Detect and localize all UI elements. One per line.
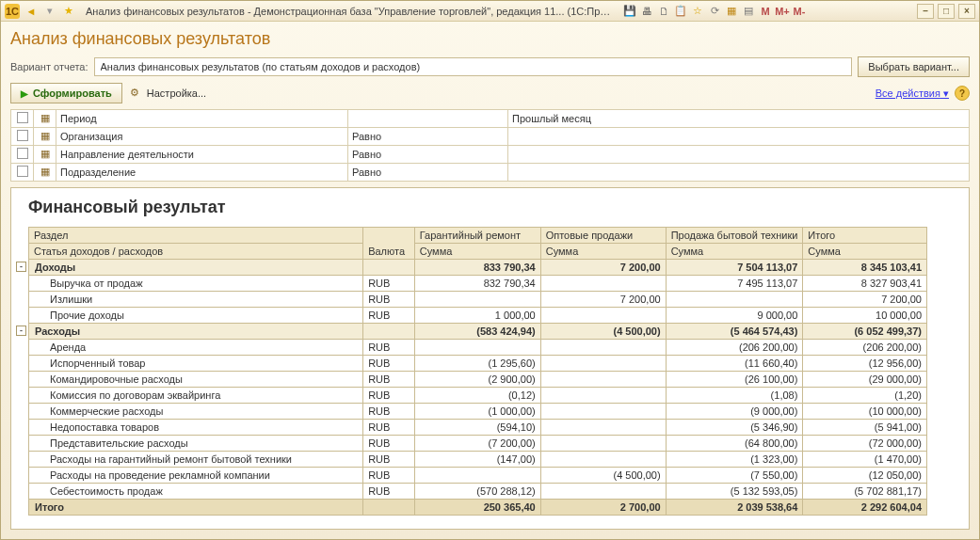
table-row[interactable]: Коммерческие расходыRUB(1 000,00)(9 000,… bbox=[29, 404, 927, 420]
row-label: -Расходы bbox=[29, 324, 363, 340]
row-value: (11 660,40) bbox=[666, 356, 803, 372]
row-value: (147,00) bbox=[414, 452, 540, 468]
tree-toggle[interactable]: - bbox=[16, 262, 26, 272]
row-currency: RUB bbox=[363, 452, 415, 468]
row-label: Комиссия по договорам эквайринга bbox=[29, 388, 363, 404]
play-icon: ▶ bbox=[21, 88, 28, 99]
filter-checkbox[interactable] bbox=[17, 166, 28, 177]
print-preview-icon[interactable]: 🗋 bbox=[656, 4, 671, 19]
hdr-sum3: Сумма bbox=[666, 244, 803, 260]
row-label: Коммерческие расходы bbox=[29, 404, 363, 420]
help-icon[interactable]: ? bbox=[955, 86, 970, 101]
row-value: 250 365,40 bbox=[414, 500, 540, 516]
table-row[interactable]: Командировочные расходыRUB(2 900,00)(26 … bbox=[29, 372, 927, 388]
filter-icon: ▦ bbox=[39, 112, 52, 125]
calendar-icon[interactable]: ▤ bbox=[741, 4, 756, 19]
table-row[interactable]: Расходы на проведение рекламной компании… bbox=[29, 468, 927, 484]
nav-dropdown-icon[interactable]: ▾ bbox=[42, 4, 57, 19]
row-value: (570 288,12) bbox=[414, 484, 540, 500]
all-actions-link[interactable]: Все действия ▾ bbox=[876, 87, 949, 100]
row-value bbox=[414, 468, 540, 484]
app-window: 1C ◄ ▾ ★ Анализ финансовых результатов -… bbox=[0, 0, 980, 540]
row-value: (1 000,00) bbox=[414, 404, 540, 420]
table-row[interactable]: Испорченный товарRUB(1 295,60)(11 660,40… bbox=[29, 356, 927, 372]
row-value bbox=[540, 276, 666, 292]
row-currency: RUB bbox=[363, 276, 415, 292]
nav-back-icon[interactable]: ◄ bbox=[24, 4, 39, 19]
row-value bbox=[540, 308, 666, 324]
row-value: 1 000,00 bbox=[414, 308, 540, 324]
row-value: 2 039 538,64 bbox=[666, 500, 803, 516]
row-value: (1,08) bbox=[666, 388, 803, 404]
filter-row: ▦ПодразделениеРавно bbox=[11, 164, 970, 182]
row-value: (583 424,94) bbox=[414, 324, 540, 340]
favorite-icon[interactable]: ★ bbox=[61, 4, 76, 19]
table-row[interactable]: Недопоставка товаровRUB(594,10)(5 346,90… bbox=[29, 420, 927, 436]
filter-checkbox[interactable] bbox=[17, 130, 28, 141]
row-value: 10 000,00 bbox=[803, 308, 927, 324]
hdr-sum2: Сумма bbox=[540, 244, 666, 260]
filter-condition[interactable]: Равно bbox=[348, 128, 508, 146]
filter-checkbox[interactable] bbox=[17, 148, 28, 159]
print-icon[interactable]: 🖶 bbox=[639, 4, 654, 19]
all-actions-label: Все действия bbox=[876, 87, 940, 99]
memory-mminus-button[interactable]: M- bbox=[792, 4, 807, 19]
row-value bbox=[540, 436, 666, 452]
row-value: 2 700,00 bbox=[540, 500, 666, 516]
row-value: (10 000,00) bbox=[803, 404, 927, 420]
filter-value[interactable] bbox=[508, 146, 970, 164]
filter-condition[interactable] bbox=[348, 110, 508, 128]
table-row[interactable]: Себестоимость продажRUB(570 288,12)(5 13… bbox=[29, 484, 927, 500]
row-value bbox=[540, 452, 666, 468]
table-row[interactable]: Выручка от продажRUB832 790,347 495 113,… bbox=[29, 276, 927, 292]
toolbar: ▶ Сформировать ⚙ Настройка... Все действ… bbox=[10, 83, 970, 103]
filter-name[interactable]: Период bbox=[56, 110, 348, 128]
table-row[interactable]: -Доходы833 790,347 200,007 504 113,078 3… bbox=[29, 260, 927, 276]
maximize-button[interactable]: □ bbox=[938, 4, 955, 19]
row-value: 8 327 903,41 bbox=[803, 276, 927, 292]
filter-name[interactable]: Организация bbox=[56, 128, 348, 146]
history-icon[interactable]: ⟳ bbox=[707, 4, 722, 19]
filter-checkbox[interactable] bbox=[17, 112, 28, 123]
minimize-button[interactable]: – bbox=[917, 4, 934, 19]
row-value: (1 323,00) bbox=[666, 452, 803, 468]
filter-condition[interactable]: Равно bbox=[348, 164, 508, 182]
clipboard-icon[interactable]: 📋 bbox=[673, 4, 688, 19]
row-value: 2 292 604,04 bbox=[803, 500, 927, 516]
table-row[interactable]: ИзлишкиRUB7 200,007 200,00 bbox=[29, 292, 927, 308]
memory-m-button[interactable]: M bbox=[758, 4, 773, 19]
variant-input[interactable] bbox=[94, 57, 853, 76]
save-icon[interactable]: 💾 bbox=[622, 4, 637, 19]
calculator-icon[interactable]: ▦ bbox=[724, 4, 739, 19]
filter-name[interactable]: Направление деятельности bbox=[56, 146, 348, 164]
row-value: (4 500,00) bbox=[540, 468, 666, 484]
row-value: (12 050,00) bbox=[803, 468, 927, 484]
table-row[interactable]: Прочие доходыRUB1 000,009 000,0010 000,0… bbox=[29, 308, 927, 324]
filter-name[interactable]: Подразделение bbox=[56, 164, 348, 182]
table-row[interactable]: Расходы на гарантийный ремонт бытовой те… bbox=[29, 452, 927, 468]
table-row[interactable]: -Расходы(583 424,94)(4 500,00)(5 464 574… bbox=[29, 324, 927, 340]
filter-value[interactable]: Прошлый месяц bbox=[508, 110, 970, 128]
favorites-list-icon[interactable]: ☆ bbox=[690, 4, 705, 19]
table-row[interactable]: Итого250 365,402 700,002 039 538,642 292… bbox=[29, 500, 927, 516]
filter-condition[interactable]: Равно bbox=[348, 146, 508, 164]
filter-value[interactable] bbox=[508, 164, 970, 182]
table-row[interactable]: АрендаRUB(206 200,00)(206 200,00) bbox=[29, 340, 927, 356]
row-value: (1 295,60) bbox=[414, 356, 540, 372]
generate-button[interactable]: ▶ Сформировать bbox=[10, 83, 122, 103]
filter-value[interactable] bbox=[508, 128, 970, 146]
row-value: 7 200,00 bbox=[540, 292, 666, 308]
row-value: (7 200,00) bbox=[414, 436, 540, 452]
close-button[interactable]: × bbox=[958, 4, 975, 19]
row-value: (206 200,00) bbox=[803, 340, 927, 356]
tree-toggle[interactable]: - bbox=[16, 326, 26, 336]
table-row[interactable]: Представительские расходыRUB(7 200,00)(6… bbox=[29, 436, 927, 452]
report-area[interactable]: Финансовый результат Раздел Валюта Гаран… bbox=[10, 187, 970, 530]
memory-mplus-button[interactable]: M+ bbox=[775, 4, 790, 19]
row-value bbox=[540, 372, 666, 388]
table-row[interactable]: Комиссия по договорам эквайрингаRUB(0,12… bbox=[29, 388, 927, 404]
choose-variant-button[interactable]: Выбрать вариант... bbox=[858, 56, 970, 77]
settings-button[interactable]: ⚙ Настройка... bbox=[130, 87, 206, 100]
row-label: -Доходы bbox=[29, 260, 363, 276]
filter-icon: ▦ bbox=[39, 148, 52, 161]
